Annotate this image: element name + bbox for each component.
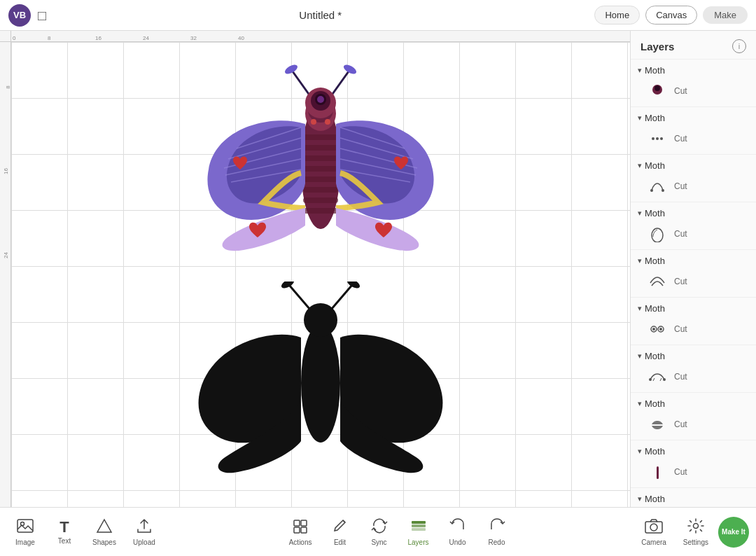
layer-name-8: Moth	[645, 398, 665, 409]
ruler-tick-40: 40	[238, 35, 244, 41]
settings-icon	[687, 518, 704, 536]
layer-name-5: Moth	[645, 256, 665, 266]
topbar-left: VB □	[8, 4, 46, 27]
layer-item-2[interactable]: Cut	[631, 126, 756, 154]
svg-point-28	[654, 85, 660, 91]
layer-item-3[interactable]: Cut	[631, 174, 756, 202]
layer-name-6: Moth	[645, 303, 665, 314]
layer-group-header-6[interactable]: ▾ Moth	[631, 298, 756, 317]
top-bar: VB □ Untitled * Home Canvas Make	[0, 0, 756, 31]
layer-thumbnail-2	[646, 129, 668, 148]
layer-item-9[interactable]: Cut	[631, 459, 756, 487]
layer-chevron-8: ▾	[638, 399, 642, 408]
layer-chevron-4: ▾	[638, 209, 642, 218]
svg-rect-15	[303, 155, 338, 161]
layer-group-1: ▾ Moth Cut	[631, 60, 756, 107]
layer-item-8[interactable]: Cut	[631, 412, 756, 440]
layer-cut-3: Cut	[674, 181, 687, 191]
shapes-tool-button[interactable]: Shapes	[85, 515, 123, 549]
layer-cut-4: Cut	[674, 229, 687, 239]
layer-group-3: ▾ Moth Cut	[631, 155, 756, 202]
actions-tool-button[interactable]: Actions	[282, 515, 319, 549]
layer-thumbnail-7	[646, 367, 668, 387]
layer-item-1[interactable]: Cut	[631, 78, 756, 106]
settings-tool-button[interactable]: Settings	[676, 515, 715, 549]
shapes-label: Shapes	[92, 538, 116, 546]
svg-rect-14	[303, 145, 338, 151]
make-nav-button[interactable]: Make	[703, 6, 748, 24]
camera-tool-button[interactable]: Camera	[634, 515, 673, 549]
image-tool-button[interactable]: Image	[7, 515, 43, 549]
layer-group-header-4[interactable]: ▾ Moth	[631, 202, 756, 221]
topbar-right: Home Canvas Make	[594, 6, 748, 25]
layer-group-header-7[interactable]: ▾ Moth	[631, 345, 756, 364]
layer-group-header-8[interactable]: ▾ Moth	[631, 393, 756, 412]
ruler-left: 8 16 24	[0, 42, 11, 507]
layer-group-header-10[interactable]: ▾ Moth	[631, 488, 756, 507]
layers-list[interactable]: ▾ Moth Cut ▾ Moth	[631, 60, 756, 507]
layer-name-1: Moth	[645, 65, 665, 76]
layer-chevron-9: ▾	[638, 447, 642, 456]
layers-info-button[interactable]: i	[732, 39, 746, 53]
svg-point-10	[317, 96, 324, 103]
undo-tool-button[interactable]: Undo	[440, 515, 476, 549]
svg-point-29	[652, 137, 654, 140]
layer-item-6[interactable]: Cut	[631, 317, 756, 345]
layer-item-7[interactable]: Cut	[631, 364, 756, 392]
layers-header: Layers i	[631, 31, 756, 60]
layer-cut-7: Cut	[674, 372, 687, 382]
actions-label: Actions	[289, 538, 312, 546]
layer-group-5: ▾ Moth Cut	[631, 250, 756, 298]
svg-rect-50	[301, 527, 307, 533]
home-nav-button[interactable]: Home	[594, 6, 640, 25]
moth-black-image[interactable]	[188, 282, 454, 492]
ruler-tick-v-24: 24	[3, 252, 9, 258]
camera-icon	[645, 518, 663, 536]
redo-label: Redo	[489, 538, 505, 546]
layer-group-header-3[interactable]: ▾ Moth	[631, 155, 756, 174]
svg-point-33	[662, 189, 664, 192]
ruler-tick-16: 16	[95, 35, 102, 41]
svg-rect-13	[303, 134, 338, 140]
svg-line-22	[331, 285, 352, 310]
edit-tool-button[interactable]: Edit	[322, 515, 358, 549]
undo-icon	[449, 518, 466, 536]
layer-group-header-5[interactable]: ▾ Moth	[631, 250, 756, 269]
sync-icon	[371, 518, 388, 536]
layer-cut-9: Cut	[674, 467, 687, 477]
layers-title: Layers	[640, 41, 674, 53]
canvas-content[interactable]	[11, 42, 630, 507]
redo-tool-button[interactable]: Redo	[479, 515, 515, 549]
layer-group-6: ▾ Moth Cut	[631, 298, 756, 345]
layer-name-9: Moth	[645, 446, 665, 457]
svg-rect-17	[303, 176, 338, 182]
layer-chevron-3: ▾	[638, 161, 642, 170]
canvas-area[interactable]: 0 8 16 24 32 40 8 16 24	[0, 31, 630, 507]
svg-marker-46	[97, 520, 111, 532]
layer-group-header-9[interactable]: ▾ Moth	[631, 440, 756, 459]
svg-point-39	[649, 378, 652, 381]
layer-group-header-1[interactable]: ▾ Moth	[631, 60, 756, 78]
layers-tool-button[interactable]: Layers	[400, 515, 437, 549]
save-button[interactable]: □	[38, 8, 46, 22]
layer-chevron-6: ▾	[638, 304, 642, 313]
layer-group-header-2[interactable]: ▾ Moth	[631, 107, 756, 126]
edit-icon	[332, 518, 349, 536]
text-tool-button[interactable]: T Text	[46, 517, 83, 548]
logo-button[interactable]: VB	[8, 4, 31, 27]
sync-tool-button[interactable]: Sync	[361, 515, 398, 549]
layer-item-5[interactable]: Cut	[631, 269, 756, 297]
canvas-nav-button[interactable]: Canvas	[645, 6, 697, 25]
ruler-tick-32: 32	[190, 35, 197, 41]
make-it-button[interactable]: Make It	[718, 517, 749, 548]
redo-icon	[489, 518, 505, 536]
moth-color-image[interactable]	[188, 57, 454, 267]
layer-item-4[interactable]: Cut	[631, 221, 756, 249]
upload-icon	[136, 518, 153, 536]
svg-point-40	[663, 378, 666, 381]
ruler-tick-24: 24	[143, 35, 149, 41]
layer-group-2: ▾ Moth Cut	[631, 107, 756, 155]
upload-tool-button[interactable]: Upload	[126, 515, 162, 549]
layer-cut-8: Cut	[674, 419, 687, 429]
image-icon	[17, 518, 34, 536]
